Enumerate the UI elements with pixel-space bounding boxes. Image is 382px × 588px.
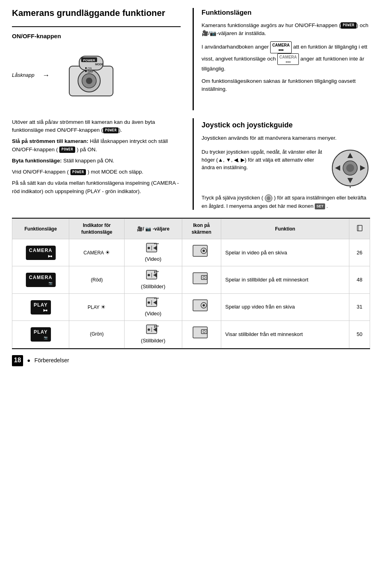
ref-cell-2: 48 (349, 266, 370, 293)
play-video-badge: PLAY ▶■ (31, 300, 51, 315)
svg-point-10 (85, 67, 87, 69)
screen-cell-1 (182, 239, 221, 266)
col-header-ref (349, 219, 370, 239)
funktionslage-table: Funktionsläge Indikator förfunktionsläge… (12, 219, 370, 348)
middle-left: Utöver att slå på/av strömmen till kamer… (12, 118, 181, 210)
page-container: Kamerans grundläggande funktioner ON/OFF… (0, 0, 382, 374)
svg-point-60 (156, 326, 157, 327)
function-cell-1: Spelar in video på en skiva (221, 239, 349, 266)
camera-dial-svg: POWER MODE ON OFF (57, 46, 121, 104)
power-badge-2: POWER (103, 127, 119, 134)
svg-point-39 (156, 271, 157, 272)
set-badge: SET (315, 203, 325, 210)
power-badge-3: POWER (59, 147, 75, 153)
screen-still-icon (193, 272, 210, 286)
table-row: PLAY ▶■ PLAY ☀ (12, 293, 370, 320)
col-header-funktionslage: Funktionsläge (12, 219, 69, 239)
mode-cell-3: PLAY ▶■ (12, 293, 69, 320)
svg-rect-31 (193, 245, 207, 256)
function-cell-3: Spelar upp video från en skiva (221, 293, 349, 320)
svg-text:MODE: MODE (95, 63, 103, 66)
svg-point-59 (154, 326, 155, 327)
svg-rect-52 (193, 300, 207, 311)
camera-unavailable-icon: CAMERA ■■■ (277, 53, 299, 65)
camera-diagram: Låsknapp PO (12, 46, 181, 104)
function-cell-2: Spelar in stillbilder på ett minneskort (221, 266, 349, 293)
joystick-press-text: Tryck på själva joysticken ( ) för att s… (202, 194, 370, 210)
svg-text:OFF: OFF (88, 70, 94, 73)
screen-cell-2 (182, 266, 221, 293)
funktionslage-text3: Om funktionslägesikonen saknas är funkti… (202, 77, 370, 94)
svg-point-28 (154, 243, 155, 244)
footer-text: Förberedelser (34, 357, 69, 365)
header-section: Kamerans grundläggande funktioner ON/OFF… (12, 8, 370, 110)
joystick-section: Joystick och joystickguide Joysticken an… (202, 120, 370, 210)
middle-section: Utöver att slå på/av strömmen till kamer… (12, 118, 370, 210)
byta-text: Byta funktionsläge: Ställ knappen på ON. (12, 157, 181, 165)
joystick-svg (330, 148, 370, 188)
ref-cell-4: 50 (349, 321, 370, 348)
vrid-text: Vrid ON/OFF-knappen ( POWER ) mot MODE o… (12, 168, 181, 176)
svg-point-33 (203, 250, 205, 252)
camera-video-badge: CAMERA ▶■ (26, 246, 56, 260)
funktionslage-text1: Kamerans funktionsläge avgörs av hur ON/… (202, 21, 370, 38)
funktionslage-text2: I användarhandboken anger CAMERA ■■■ att… (202, 41, 370, 73)
left-column: Kamerans grundläggande funktioner ON/OFF… (12, 8, 181, 110)
table-row: CAMERA 📷 (Röd) (12, 266, 370, 293)
arrow-indicator (42, 70, 49, 80)
camera-still-badge: CAMERA 📷 (26, 273, 56, 287)
mode-cell-1: CAMERA ▶■ (12, 239, 69, 266)
svg-point-36 (148, 274, 150, 276)
power-badge-1: POWER (341, 22, 357, 29)
svg-point-41 (154, 272, 155, 273)
mode-cell-4: PLAY 📷 (12, 321, 69, 348)
svg-point-11 (85, 70, 87, 72)
play-still-badge: PLAY 📷 (31, 327, 51, 342)
selector-cell-4: (Stillbilder) (125, 321, 182, 348)
selector-header-icon: 🎥 (137, 226, 143, 232)
still-selector-icon (146, 270, 160, 281)
middle-right: Joystick och joystickguide Joysticken an… (193, 118, 370, 210)
camera-header-icon: 📷 (145, 226, 151, 232)
indicator-cell-2: (Röd) (69, 266, 125, 293)
svg-point-21 (267, 196, 271, 200)
mode-cell-2: CAMERA 📷 (12, 266, 69, 293)
col-header-indikator: Indikator förfunktionsläge (69, 219, 125, 239)
table-header-row: Funktionsläge Indikator förfunktionsläge… (12, 219, 370, 239)
joystick-desc: Joysticken används för att manövrera kam… (202, 134, 370, 142)
right-column: Funktionslägen Kamerans funktionsläge av… (193, 8, 370, 110)
pa-sa-text: På så sätt kan du växla mellan funktions… (12, 179, 181, 195)
table-section: Funktionsläge Indikator förfunktionsläge… (12, 218, 370, 349)
svg-point-61 (157, 326, 158, 327)
svg-point-62 (154, 327, 155, 328)
camera-available-icon: CAMERA ■■■ (270, 41, 292, 53)
selector-cell-2: (Stillbilder) (125, 266, 182, 293)
indicator-cell-4: (Grön) (69, 321, 125, 348)
screen-video-icon (193, 245, 210, 258)
screen-play-video-icon (193, 299, 210, 313)
svg-point-57 (148, 328, 150, 331)
video-selector-icon (146, 242, 160, 254)
lasknapp-label: Låsknapp (12, 71, 34, 79)
col-header-funktion: Funktion (221, 219, 349, 239)
col-header-valjare: 🎥/ 📷 -väljare (125, 219, 182, 239)
screen-play-still-icon (193, 326, 210, 340)
ref-cell-1: 26 (349, 239, 370, 266)
joystick-detail-text: Du trycker joysticken uppåt, nedåt, åt v… (202, 148, 325, 172)
screen-cell-4 (182, 321, 221, 348)
joystick-center-icon (265, 194, 273, 202)
svg-point-3 (86, 78, 92, 84)
ref-cell-3: 31 (349, 293, 370, 320)
indicator-cell-1: CAMERA ☀ (69, 239, 125, 266)
table-row: PLAY 📷 (Grön) (12, 321, 370, 348)
page-footer: 18 ● Förberedelser (12, 355, 370, 366)
sla-pa-text: Slå på strömmen till kameran: Håll låskn… (12, 137, 181, 154)
col-header-ikon: Ikon påskärmen (182, 219, 221, 239)
svg-point-29 (156, 243, 157, 244)
video-selector-icon-2 (146, 297, 160, 308)
svg-rect-22 (357, 225, 362, 231)
footer-bullet: ● (27, 357, 30, 365)
function-cell-4: Visar stillbilder från ett minneskort (221, 321, 349, 348)
funktionslage-title: Funktionslägen (202, 8, 370, 18)
main-title: Kamerans grundläggande funktioner (12, 8, 181, 18)
